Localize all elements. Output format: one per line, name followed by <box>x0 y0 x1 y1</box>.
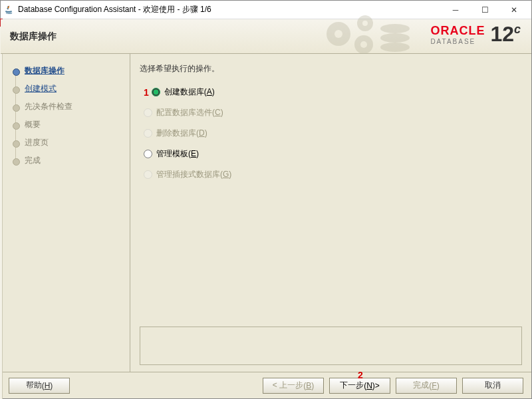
oracle-logo-text: ORACLE <box>430 24 485 38</box>
option-label: 配置数据库选件(C) <box>156 107 223 118</box>
option-create-database[interactable]: 1 创建数据库(A) <box>144 86 522 98</box>
option-label: 管理模板(E) <box>156 148 199 160</box>
operation-options: 1 创建数据库(A) 配置数据库选件(C) 删除数据库(D) 管理模板(E) <box>140 86 522 180</box>
step-list: 数据库操作 创建模式 先决条件检查 概要 进度页 完成 <box>13 62 124 170</box>
step-database-operation[interactable]: 数据库操作 <box>13 62 124 80</box>
step-finish: 完成 <box>13 152 124 170</box>
radio-configure-options <box>144 108 152 117</box>
svg-point-3 <box>362 21 368 26</box>
option-configure-options: 配置数据库选件(C) <box>144 107 522 118</box>
svg-point-7 <box>380 33 410 43</box>
wizard-footer: 帮助(H) < 上一步(B) 2 下一步(N) > 完成(F) 取消 <box>1 372 531 398</box>
oracle-version: 12c <box>490 22 521 47</box>
step-prereq-check: 先决条件检查 <box>13 98 124 116</box>
wizard-sidebar: 数据库操作 创建模式 先决条件检查 概要 进度页 完成 <box>1 54 130 372</box>
step-progress: 进度页 <box>13 134 124 152</box>
background-window-stub <box>0 19 3 399</box>
radio-manage-templates[interactable] <box>144 150 152 158</box>
svg-point-8 <box>380 43 410 52</box>
annotation-2: 2 <box>358 370 363 380</box>
step-creation-mode[interactable]: 创建模式 <box>13 80 124 98</box>
option-label: 删除数据库(D) <box>156 128 207 139</box>
oracle-brand: ORACLE DATABASE 12c <box>430 22 521 47</box>
header-band: 数据库操作 ORACLE DATABASE 12c <box>1 19 531 54</box>
back-button: < 上一步(B) <box>263 378 324 394</box>
svg-point-5 <box>360 41 367 48</box>
svg-point-1 <box>334 30 342 38</box>
maximize-button[interactable]: ☐ <box>470 1 499 19</box>
cancel-button[interactable]: 取消 <box>462 378 523 394</box>
page-title: 数据库操作 <box>10 31 57 43</box>
window-controls: ─ ☐ ✕ <box>441 1 529 19</box>
annotation-1: 1 <box>144 87 149 98</box>
svg-point-6 <box>380 24 410 33</box>
window-title: Database Configuration Assistant - 欢迎使用 … <box>18 4 441 15</box>
titlebar: Database Configuration Assistant - 欢迎使用 … <box>1 1 531 19</box>
dbca-window: Database Configuration Assistant - 欢迎使用 … <box>0 0 532 399</box>
main-panel: 选择希望执行的操作。 1 创建数据库(A) 配置数据库选件(C) 删除数据库(D… <box>130 54 531 372</box>
body-area: 数据库操作 创建模式 先决条件检查 概要 进度页 完成 选择希望执行的操作。 1… <box>1 54 531 372</box>
option-manage-templates[interactable]: 管理模板(E) <box>144 148 522 160</box>
close-button[interactable]: ✕ <box>499 1 529 19</box>
minimize-button[interactable]: ─ <box>441 1 470 19</box>
help-button[interactable]: 帮助(H) <box>9 378 70 394</box>
option-manage-pluggable: 管理插接式数据库(G) <box>144 169 522 180</box>
radio-create-database[interactable] <box>152 88 160 96</box>
next-button[interactable]: 2 下一步(N) > <box>329 378 390 394</box>
option-delete-database: 删除数据库(D) <box>144 128 522 139</box>
instruction-text: 选择希望执行的操作。 <box>140 63 522 74</box>
option-label: 管理插接式数据库(G) <box>156 169 231 180</box>
finish-button: 完成(F) <box>396 378 457 394</box>
gears-decor <box>319 15 418 57</box>
oracle-sub-text: DATABASE <box>430 38 485 45</box>
option-label: 创建数据库(A) <box>164 86 215 98</box>
radio-manage-pluggable <box>144 170 152 179</box>
step-summary: 概要 <box>13 116 124 134</box>
radio-delete-database <box>144 129 152 138</box>
detail-text-area <box>140 327 522 365</box>
java-icon <box>3 5 14 15</box>
